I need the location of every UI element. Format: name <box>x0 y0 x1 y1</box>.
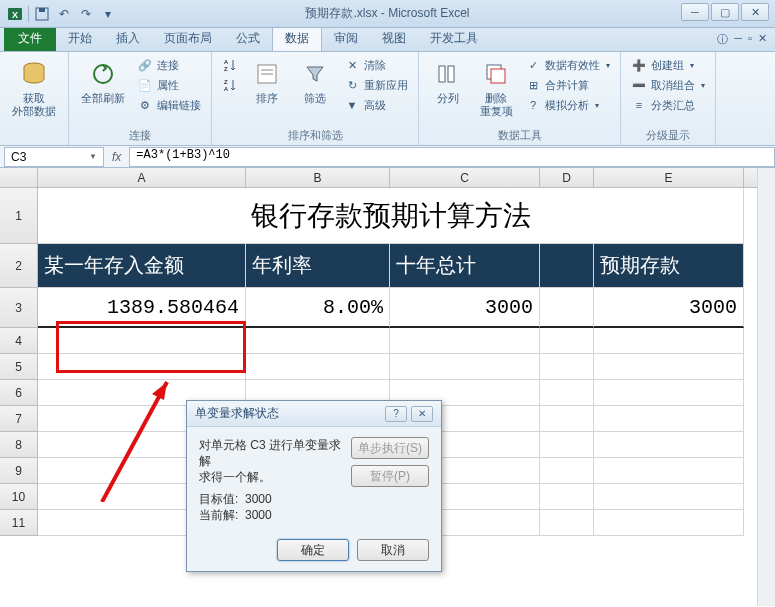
cancel-button[interactable]: 取消 <box>357 539 429 561</box>
svg-rect-14 <box>448 66 454 82</box>
ribbon: 获取 外部数据 全部刷新 🔗连接 📄属性 ⚙编辑链接 连接 AZ ZA <box>0 52 775 146</box>
close-button[interactable]: ✕ <box>741 3 769 21</box>
col-header-C[interactable]: C <box>390 168 540 187</box>
edit-link-icon: ⚙ <box>137 97 153 113</box>
group-data-tools: 分列 删除 重复项 ✓数据有效性▾ ⊞合并计算 ?模拟分析▾ 数据工具 <box>419 52 621 145</box>
min-ribbon-icon[interactable]: ─ <box>734 32 742 47</box>
cell-C2[interactable]: 十年总计 <box>390 244 540 288</box>
cell-E2[interactable]: 预期存款 <box>594 244 744 288</box>
undo-icon[interactable]: ↶ <box>55 5 73 23</box>
dialog-close-button[interactable]: ✕ <box>411 406 433 422</box>
cell-C3[interactable]: 3000 <box>390 288 540 328</box>
sort-desc-button[interactable]: ZA <box>220 76 240 94</box>
text-to-columns-button[interactable]: 分列 <box>427 56 469 107</box>
refresh-all-button[interactable]: 全部刷新 <box>77 56 129 107</box>
cell-D2[interactable] <box>540 244 594 288</box>
properties-icon: 📄 <box>137 77 153 93</box>
pause-button[interactable]: 暂停(P) <box>351 465 429 487</box>
get-external-data-button[interactable]: 获取 外部数据 <box>8 56 60 120</box>
redo-icon[interactable]: ↷ <box>77 5 95 23</box>
sort-asc-icon: AZ <box>222 57 238 73</box>
remove-duplicates-button[interactable]: 删除 重复项 <box>475 56 517 120</box>
row-header-7[interactable]: 7 <box>0 406 38 432</box>
window-title: 预期存款.xlsx - Microsoft Excel <box>305 5 469 22</box>
row-header-6[interactable]: 6 <box>0 380 38 406</box>
row-header-4[interactable]: 4 <box>0 328 38 354</box>
advanced-filter-button[interactable]: ▼高级 <box>342 96 410 114</box>
ribbon-mini-controls: ⓘ ─ ▫ ✕ <box>717 32 767 47</box>
sort-desc-icon: ZA <box>222 77 238 93</box>
reapply-button[interactable]: ↻重新应用 <box>342 76 410 94</box>
subtotal-button[interactable]: ≡分类汇总 <box>629 96 707 114</box>
ok-button[interactable]: 确定 <box>277 539 349 561</box>
row-header-11[interactable]: 11 <box>0 510 38 536</box>
cell-B2[interactable]: 年利率 <box>246 244 390 288</box>
sort-button[interactable]: 排序 <box>246 56 288 107</box>
consolidate-button[interactable]: ⊞合并计算 <box>523 76 612 94</box>
whatif-button[interactable]: ?模拟分析▾ <box>523 96 612 114</box>
col-header-B[interactable]: B <box>246 168 390 187</box>
tab-review[interactable]: 审阅 <box>322 26 370 51</box>
maximize-button[interactable]: ▢ <box>711 3 739 21</box>
group-sort-filter: AZ ZA 排序 筛选 ✕清除 ↻重新应用 ▼高级 排序和筛选 <box>212 52 419 145</box>
row-header-3[interactable]: 3 <box>0 288 38 328</box>
dialog-titlebar[interactable]: 单变量求解状态 ? ✕ <box>187 401 441 427</box>
tab-file[interactable]: 文件 <box>4 26 56 51</box>
tab-formulas[interactable]: 公式 <box>224 26 272 51</box>
qat-more-icon[interactable]: ▾ <box>99 5 117 23</box>
tab-view[interactable]: 视图 <box>370 26 418 51</box>
cell-B3[interactable]: 8.00% <box>246 288 390 328</box>
data-validation-button[interactable]: ✓数据有效性▾ <box>523 56 612 74</box>
dialog-message: 对单元格 C3 进行单变量求解 求得一个解。 目标值: 3000 当前解: 30… <box>199 437 341 523</box>
advanced-icon: ▼ <box>344 97 360 113</box>
tab-dev[interactable]: 开发工具 <box>418 26 490 51</box>
tab-home[interactable]: 开始 <box>56 26 104 51</box>
row-header-8[interactable]: 8 <box>0 432 38 458</box>
ribbon-tabs: 文件 开始 插入 页面布局 公式 数据 审阅 视图 开发工具 <box>0 28 775 52</box>
sort-asc-button[interactable]: AZ <box>220 56 240 74</box>
close-workbook-icon[interactable]: ✕ <box>758 32 767 47</box>
clear-filter-button[interactable]: ✕清除 <box>342 56 410 74</box>
filter-icon <box>299 58 331 90</box>
step-button[interactable]: 单步执行(S) <box>351 437 429 459</box>
edit-links-button[interactable]: ⚙编辑链接 <box>135 96 203 114</box>
svg-rect-16 <box>491 69 505 83</box>
validation-icon: ✓ <box>525 57 541 73</box>
name-box[interactable]: C3 ▼ <box>4 147 104 167</box>
row-header-10[interactable]: 10 <box>0 484 38 510</box>
fx-icon[interactable]: fx <box>112 150 121 164</box>
cell-E3[interactable]: 3000 <box>594 288 744 328</box>
group-button[interactable]: ➕创建组▾ <box>629 56 707 74</box>
properties-button[interactable]: 📄属性 <box>135 76 203 94</box>
cell-A2[interactable]: 某一年存入金额 <box>38 244 246 288</box>
help-icon[interactable]: ⓘ <box>717 32 728 47</box>
col-header-E[interactable]: E <box>594 168 744 187</box>
formula-input[interactable]: =A3*(1+B3)^10 <box>129 147 775 167</box>
dialog-help-button[interactable]: ? <box>385 406 407 422</box>
cell-title[interactable]: 银行存款预期计算方法 <box>38 188 744 244</box>
select-all-corner[interactable] <box>0 168 38 187</box>
col-header-A[interactable]: A <box>38 168 246 187</box>
connections-button[interactable]: 🔗连接 <box>135 56 203 74</box>
cell-D3[interactable] <box>540 288 594 328</box>
clear-icon: ✕ <box>344 57 360 73</box>
refresh-icon <box>87 58 119 90</box>
vertical-scrollbar[interactable] <box>757 168 775 606</box>
tab-data[interactable]: 数据 <box>272 25 322 51</box>
chevron-down-icon[interactable]: ▼ <box>89 152 97 161</box>
database-icon <box>18 58 50 90</box>
save-icon[interactable] <box>33 5 51 23</box>
row-header-9[interactable]: 9 <box>0 458 38 484</box>
filter-button[interactable]: 筛选 <box>294 56 336 107</box>
cell-A3[interactable]: 1389.580464 <box>38 288 246 328</box>
ungroup-icon: ➖ <box>631 77 647 93</box>
tab-layout[interactable]: 页面布局 <box>152 26 224 51</box>
tab-insert[interactable]: 插入 <box>104 26 152 51</box>
col-header-D[interactable]: D <box>540 168 594 187</box>
minimize-button[interactable]: ─ <box>681 3 709 21</box>
ungroup-button[interactable]: ➖取消组合▾ <box>629 76 707 94</box>
row-header-5[interactable]: 5 <box>0 354 38 380</box>
restore-icon[interactable]: ▫ <box>748 32 752 47</box>
row-header-1[interactable]: 1 <box>0 188 38 244</box>
row-header-2[interactable]: 2 <box>0 244 38 288</box>
